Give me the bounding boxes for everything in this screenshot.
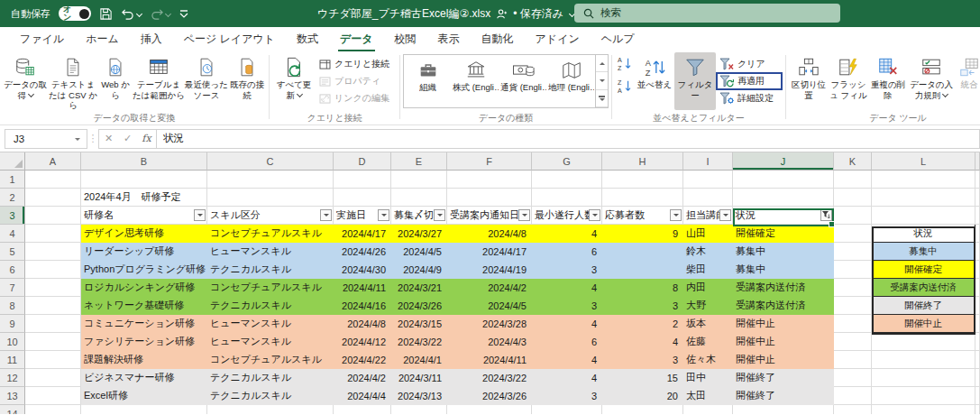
cell-D1[interactable] [334, 171, 391, 189]
filter-dropdown-F[interactable] [518, 209, 530, 221]
cell-I10[interactable]: 佐藤 [683, 333, 733, 351]
enter-button[interactable] [118, 133, 137, 144]
geography-data-type[interactable]: 地理 (Engli… [547, 55, 595, 107]
column-header-F[interactable]: F [447, 152, 532, 171]
legend-cell-9[interactable]: 開催中止 [872, 315, 975, 333]
cell-A6[interactable] [25, 261, 81, 279]
cell-M5[interactable] [975, 243, 980, 261]
organization-data-type[interactable]: 組織 [404, 55, 452, 107]
cell-A3[interactable] [25, 207, 81, 225]
cell-C6[interactable]: テクニカルスキル [207, 261, 334, 279]
row-header-14[interactable]: 14 [0, 405, 25, 414]
cell-I5[interactable]: 鈴木 [683, 243, 733, 261]
header-cell-D3[interactable]: 実施日 [334, 207, 391, 225]
cell-F8[interactable]: 2024/4/5 [447, 297, 532, 315]
cell-C1[interactable] [207, 171, 334, 189]
cell-B5[interactable]: リーダーシップ研修 [81, 243, 207, 261]
legend-cell-8[interactable]: 開催終了 [872, 297, 975, 315]
cell-L13[interactable] [872, 387, 975, 405]
cell-J6[interactable]: 募集中 [733, 261, 834, 279]
column-header-B[interactable]: B [81, 152, 207, 171]
row-header-8[interactable]: 8 [0, 297, 25, 315]
cell-K2[interactable] [834, 189, 872, 207]
cell-E13[interactable]: 2024/3/13 [391, 387, 447, 405]
header-cell-C3[interactable]: スキル区分 [207, 207, 334, 225]
cell-C8[interactable]: テクニカルスキル [207, 297, 334, 315]
name-box[interactable]: J3 [5, 129, 87, 149]
cell-D8[interactable]: 2024/4/16 [334, 297, 391, 315]
cell-C13[interactable]: テクニカルスキル [207, 387, 334, 405]
currency-data-type[interactable]: 通貨 (Engli… [499, 55, 547, 107]
cell-G7[interactable]: 4 [532, 279, 602, 297]
cell-E14[interactable] [391, 405, 447, 414]
header-cell-H3[interactable]: 応募者数 [602, 207, 683, 225]
get-data-button[interactable]: データの取得 [3, 52, 48, 100]
row-header-12[interactable]: 12 [0, 369, 25, 387]
tab-insert[interactable]: 挿入 [130, 27, 173, 51]
row-header-2[interactable]: 2 [0, 189, 25, 207]
filter-button[interactable]: フィルター [674, 52, 716, 110]
gallery-down-button[interactable] [596, 72, 608, 89]
from-text-csv-button[interactable]: テキストまたは CSV から [48, 52, 98, 111]
cell-K8[interactable] [834, 297, 872, 315]
legend-cell-4[interactable]: 状況 [872, 225, 975, 243]
cell-A2[interactable] [25, 189, 81, 207]
cell-L1[interactable] [872, 171, 975, 189]
cell-E10[interactable]: 2024/3/22 [391, 333, 447, 351]
cell-C11[interactable]: コンセプチュアルスキル [207, 351, 334, 369]
cell-F4[interactable]: 2024/4/8 [447, 225, 532, 243]
cell-E9[interactable]: 2024/3/15 [391, 315, 447, 333]
cell-G2[interactable] [532, 189, 602, 207]
tab-formulas[interactable]: 数式 [286, 27, 329, 51]
header-cell-E3[interactable]: 募集〆切 [391, 207, 447, 225]
cell-E11[interactable]: 2024/4/1 [391, 351, 447, 369]
cell-D7[interactable]: 2024/4/11 [334, 279, 391, 297]
cell-K5[interactable] [834, 243, 872, 261]
cell-M3[interactable] [975, 207, 980, 225]
people-icon[interactable] [496, 8, 508, 20]
cell-F2[interactable] [447, 189, 532, 207]
cell-J2[interactable] [733, 189, 834, 207]
cell-M13[interactable] [975, 387, 980, 405]
cell-M14[interactable] [975, 405, 980, 414]
row-header-9[interactable]: 9 [0, 315, 25, 333]
cell-F9[interactable]: 2024/3/28 [447, 315, 532, 333]
customize-qat-button[interactable] [179, 10, 188, 18]
cell-F6[interactable]: 2024/4/19 [447, 261, 532, 279]
cell-J7[interactable]: 受講案内送付済 [733, 279, 834, 297]
cell-A9[interactable] [25, 315, 81, 333]
cell-C9[interactable]: ヒューマンスキル [207, 315, 334, 333]
cell-B14[interactable] [81, 405, 207, 414]
cell-E12[interactable]: 2024/3/11 [391, 369, 447, 387]
cell-I4[interactable]: 山田 [683, 225, 733, 243]
tab-page-layout[interactable]: ページ レイアウト [173, 27, 286, 51]
cell-G12[interactable]: 4 [532, 369, 602, 387]
legend-cell-7[interactable]: 受講案内送付済 [872, 279, 975, 297]
cell-J9[interactable]: 開催中止 [733, 315, 834, 333]
cell-C12[interactable]: テクニカルスキル [207, 369, 334, 387]
column-header-G[interactable]: G [532, 152, 602, 171]
reapply-filter-button[interactable]: 再適用 [718, 74, 781, 88]
cell-B11[interactable]: 課題解決研修 [81, 351, 207, 369]
cell-M8[interactable] [975, 297, 980, 315]
cell-F12[interactable]: 2024/3/22 [447, 369, 532, 387]
cell-I14[interactable] [683, 405, 733, 414]
filter-dropdown-G[interactable] [589, 209, 600, 221]
cell-H9[interactable]: 2 [602, 315, 683, 333]
row-header-7[interactable]: 7 [0, 279, 25, 297]
cell-G10[interactable]: 6 [532, 333, 602, 351]
saved-status[interactable]: 保存済み [513, 6, 563, 22]
cell-K7[interactable] [834, 279, 872, 297]
cell-F11[interactable]: 2024/4/11 [447, 351, 532, 369]
row-header-4[interactable]: 4 [0, 225, 25, 243]
cell-M10[interactable] [975, 333, 980, 351]
filter-dropdown-B[interactable] [194, 209, 206, 221]
cell-J5[interactable]: 募集中 [733, 243, 834, 261]
cell-K13[interactable] [834, 387, 872, 405]
cell-L2[interactable] [872, 189, 975, 207]
cell-B6[interactable]: Pythonプログラミング研修 [81, 261, 207, 279]
cell-K1[interactable] [834, 171, 872, 189]
column-header-A[interactable]: A [25, 152, 81, 171]
cell-K12[interactable] [834, 369, 872, 387]
cell-H14[interactable] [602, 405, 683, 414]
